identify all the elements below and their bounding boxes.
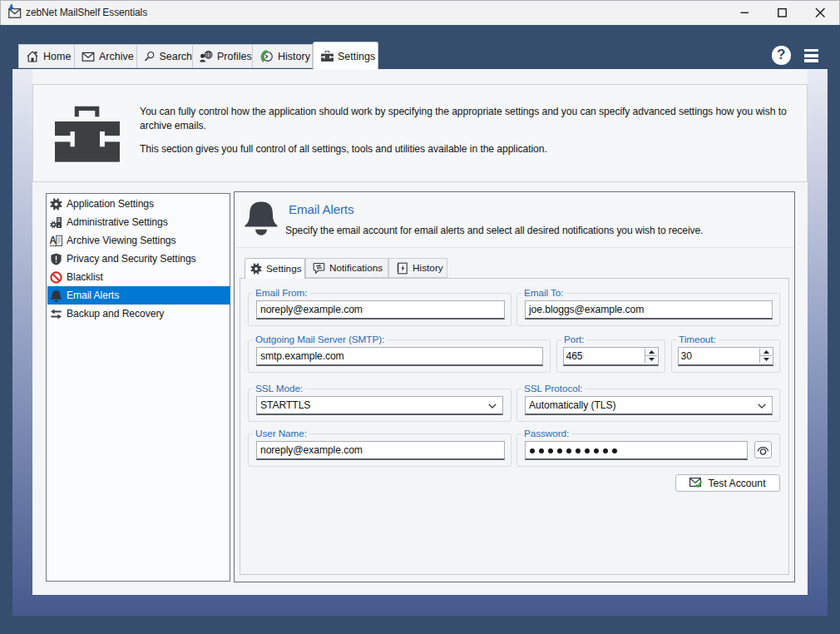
svg-text:A: A bbox=[50, 235, 57, 246]
